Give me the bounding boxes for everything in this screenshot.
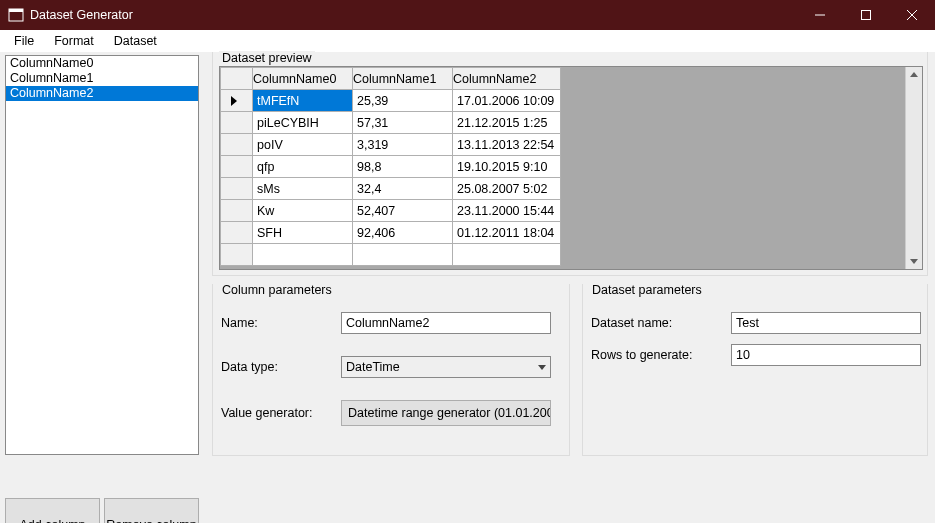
table-row[interactable]: piLeCYBIH 57,31 21.12.2015 1:25 [221,112,561,134]
row-header[interactable] [221,178,253,200]
grid-cell[interactable]: 25,39 [353,90,453,112]
grid-cell[interactable]: 92,406 [353,222,453,244]
add-column-button[interactable]: Add column [5,498,100,523]
menu-dataset[interactable]: Dataset [104,32,167,50]
list-item[interactable]: ColumnName0 [6,56,198,71]
grid-cell[interactable]: 19.10.2015 9:10 [453,156,561,178]
group-label: Dataset parameters [589,283,705,297]
grid-cell[interactable]: 23.11.2000 15:44 [453,200,561,222]
grid-cell[interactable]: 57,31 [353,112,453,134]
grid-cell[interactable]: 25.08.2007 5:02 [453,178,561,200]
grid-cell[interactable]: sMs [253,178,353,200]
column-name-input[interactable] [341,312,551,334]
column-parameters-group: Column parameters Name: Data type: DateT… [212,284,570,456]
column-header[interactable]: ColumnName2 [453,68,561,90]
table-row[interactable]: tMFEfN 25,39 17.01.2006 10:09 [221,90,561,112]
grid-cell[interactable] [253,244,353,266]
dataset-name-label: Dataset name: [591,316,731,330]
grid-cell[interactable]: Kw [253,200,353,222]
column-header[interactable]: ColumnName1 [353,68,453,90]
window-title: Dataset Generator [30,8,797,22]
svg-rect-3 [862,11,871,20]
row-header[interactable] [221,200,253,222]
dataset-parameters-group: Dataset parameters Dataset name: Rows to… [582,284,928,456]
maximize-button[interactable] [843,0,889,30]
grid-cell[interactable]: 01.12.2011 18:04 [453,222,561,244]
grid-cell[interactable]: 3,319 [353,134,453,156]
list-item[interactable]: ColumnName1 [6,71,198,86]
row-header[interactable] [221,112,253,134]
rows-to-generate-input[interactable] [731,344,921,366]
grid-cell[interactable]: 21.12.2015 1:25 [453,112,561,134]
column-header[interactable]: ColumnName0 [253,68,353,90]
grid-cell[interactable]: 32,4 [353,178,453,200]
menu-format[interactable]: Format [44,32,104,50]
menu-file[interactable]: File [4,32,44,50]
group-label: Dataset preview [219,51,315,65]
rows-to-generate-label: Rows to generate: [591,348,731,362]
table-row[interactable]: SFH 92,406 01.12.2011 18:04 [221,222,561,244]
grid-cell[interactable]: qfp [253,156,353,178]
close-button[interactable] [889,0,935,30]
grid-cell[interactable]: 17.01.2006 10:09 [453,90,561,112]
value-generator-button[interactable]: Datetime range generator (01.01.2000 [341,400,551,426]
group-label: Column parameters [219,283,335,297]
grid-cell[interactable] [353,244,453,266]
table-row[interactable]: poIV 3,319 13.11.2013 22:54 [221,134,561,156]
grid-cell[interactable] [453,244,561,266]
grid-cell[interactable]: 98,8 [353,156,453,178]
row-header[interactable] [221,134,253,156]
dataset-preview-group: Dataset preview ColumnName0 ColumnName1 … [212,52,928,276]
minimize-button[interactable] [797,0,843,30]
svg-rect-1 [9,9,23,12]
vertical-scrollbar[interactable] [905,67,922,269]
table-row[interactable]: qfp 98,8 19.10.2015 9:10 [221,156,561,178]
dataset-name-input[interactable] [731,312,921,334]
table-row[interactable] [221,244,561,266]
chevron-down-icon [538,365,546,370]
grid-cell[interactable]: SFH [253,222,353,244]
grid-cell[interactable]: 13.11.2013 22:54 [453,134,561,156]
title-bar: Dataset Generator [0,0,935,30]
table-row[interactable]: sMs 32,4 25.08.2007 5:02 [221,178,561,200]
name-label: Name: [221,316,341,330]
select-value: DateTime [346,360,400,374]
grid-cell[interactable]: tMFEfN [253,90,353,112]
columns-listbox[interactable]: ColumnName0 ColumnName1 ColumnName2 [5,55,199,455]
data-type-select[interactable]: DateTime [341,356,551,378]
value-generator-label: Value generator: [221,406,341,420]
row-header[interactable] [221,156,253,178]
grid-cell[interactable]: 52,407 [353,200,453,222]
row-header[interactable] [221,222,253,244]
preview-grid[interactable]: ColumnName0 ColumnName1 ColumnName2 tMFE… [219,66,923,270]
data-type-label: Data type: [221,360,341,374]
grid-corner[interactable] [221,68,253,90]
list-item[interactable]: ColumnName2 [6,86,198,101]
table-row[interactable]: Kw 52,407 23.11.2000 15:44 [221,200,561,222]
app-icon [8,7,24,23]
window-controls [797,0,935,30]
row-header[interactable] [221,90,253,112]
remove-column-button[interactable]: Remove column [104,498,199,523]
menu-bar: File Format Dataset [0,30,935,52]
grid-cell[interactable]: poIV [253,134,353,156]
row-header[interactable] [221,244,253,266]
grid-cell[interactable]: piLeCYBIH [253,112,353,134]
